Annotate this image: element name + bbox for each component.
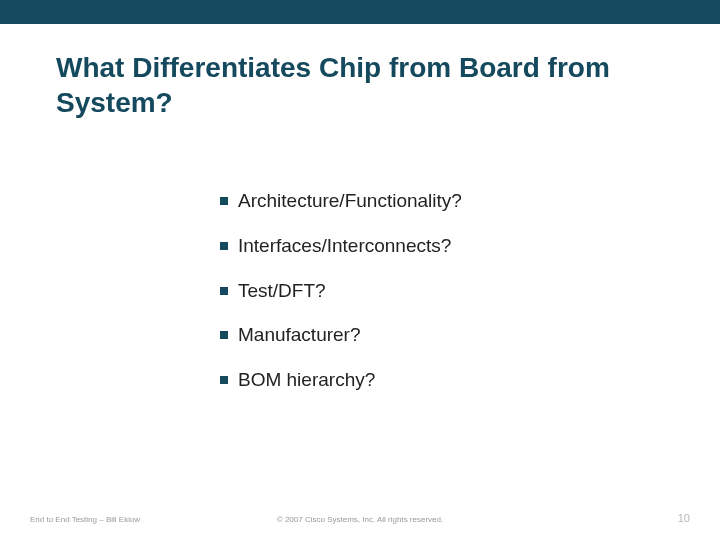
bullet-text: BOM hierarchy? [238,369,375,392]
bullet-square-icon [220,376,228,384]
bullet-text: Architecture/Functionality? [238,190,462,213]
bullet-square-icon [220,242,228,250]
bullet-list: Architecture/Functionality? Interfaces/I… [220,190,650,414]
list-item: BOM hierarchy? [220,369,650,392]
top-accent-bar [0,0,720,24]
bullet-text: Interfaces/Interconnects? [238,235,451,258]
bullet-square-icon [220,197,228,205]
bullet-text: Test/DFT? [238,280,326,303]
slide: What Differentiates Chip from Board from… [0,0,720,540]
list-item: Manufacturer? [220,324,650,347]
slide-title: What Differentiates Chip from Board from… [56,50,656,120]
slide-footer: End to End Testing – Bill Eklow © 2007 C… [0,510,720,524]
bullet-square-icon [220,287,228,295]
bullet-text: Manufacturer? [238,324,361,347]
bullet-square-icon [220,331,228,339]
footer-copyright: © 2007 Cisco Systems, Inc. All rights re… [0,515,720,524]
list-item: Architecture/Functionality? [220,190,650,213]
page-number: 10 [678,512,690,524]
list-item: Test/DFT? [220,280,650,303]
list-item: Interfaces/Interconnects? [220,235,650,258]
